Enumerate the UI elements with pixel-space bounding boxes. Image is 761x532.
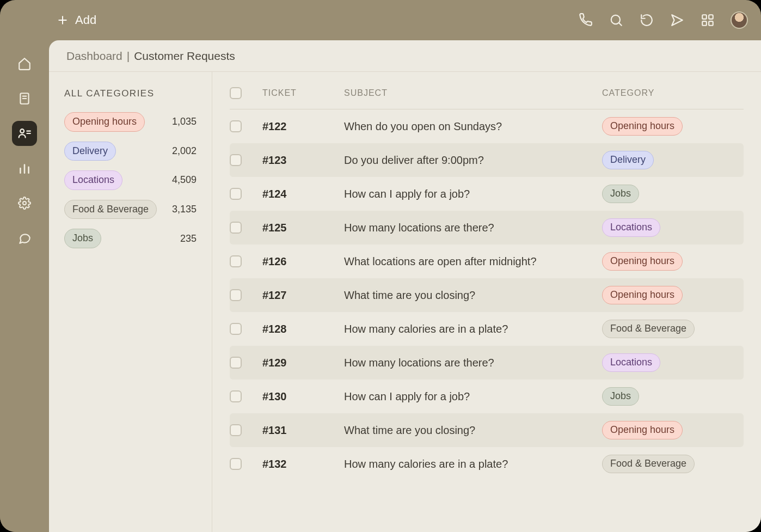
col-subject: SUBJECT: [344, 88, 602, 98]
category-count: 4,509: [172, 174, 197, 186]
category-row[interactable]: Opening hours1,035: [64, 112, 197, 132]
nav-docs[interactable]: [12, 86, 37, 111]
ticket-category-pill: Locations: [602, 218, 660, 237]
category-count: 1,035: [172, 116, 197, 127]
ticket-id: #125: [262, 222, 344, 234]
nav-home[interactable]: [12, 51, 37, 76]
category-count: 235: [180, 233, 197, 244]
ticket-id: #130: [262, 390, 344, 403]
topbar: Add: [0, 0, 761, 40]
row-checkbox[interactable]: [230, 289, 242, 301]
category-pill: Opening hours: [64, 112, 145, 132]
ticket-category-pill: Food & Beverage: [602, 455, 695, 473]
table-row[interactable]: #126What locations are open after midnig…: [230, 244, 744, 278]
send-icon[interactable]: [670, 13, 685, 28]
ticket-category-pill: Locations: [602, 353, 660, 372]
breadcrumb: Dashboard | Customer Requests: [49, 40, 761, 72]
row-checkbox[interactable]: [230, 188, 242, 200]
row-checkbox[interactable]: [230, 222, 242, 234]
table-row[interactable]: #130How can I apply for a job?Jobs: [230, 380, 744, 413]
ticket-id: #124: [262, 188, 344, 200]
category-pill: Locations: [64, 170, 122, 190]
avatar[interactable]: [731, 11, 748, 29]
ticket-id: #131: [262, 424, 344, 437]
col-ticket: TICKET: [262, 88, 344, 98]
table-row[interactable]: #129How many locations are there?Locatio…: [230, 346, 744, 380]
svg-point-17: [23, 201, 26, 205]
nav-analytics[interactable]: [12, 156, 37, 181]
ticket-id: #122: [262, 120, 344, 133]
ticket-category-pill: Jobs: [602, 185, 639, 203]
category-row[interactable]: Locations4,509: [64, 170, 197, 190]
category-row[interactable]: Food & Beverage3,135: [64, 200, 197, 219]
table-row[interactable]: #125How many locations are there?Locatio…: [230, 211, 744, 244]
ticket-id: #126: [262, 255, 344, 268]
svg-rect-5: [709, 15, 713, 19]
nav-settings[interactable]: [12, 191, 37, 216]
nav-chat[interactable]: [12, 225, 37, 250]
content: Dashboard | Customer Requests ALL CATEGO…: [49, 40, 761, 532]
category-row[interactable]: Delivery2,002: [64, 142, 197, 161]
select-all-checkbox[interactable]: [230, 87, 242, 99]
ticket-subject: How many locations are there?: [344, 357, 602, 369]
nav-rail: [0, 40, 49, 532]
ticket-id: #123: [262, 154, 344, 167]
category-count: 3,135: [172, 204, 197, 215]
refresh-icon[interactable]: [639, 13, 654, 28]
category-count: 2,002: [172, 145, 197, 157]
nav-customers[interactable]: [12, 121, 37, 146]
row-checkbox[interactable]: [230, 458, 242, 470]
category-pill: Jobs: [64, 229, 101, 248]
ticket-category-pill: Opening hours: [602, 252, 683, 271]
ticket-id: #129: [262, 357, 344, 369]
table-row[interactable]: #131What time are you closing?Opening ho…: [230, 413, 744, 447]
tickets-panel: TICKET SUBJECT CATEGORY #122When do you …: [212, 72, 761, 532]
row-checkbox[interactable]: [230, 357, 242, 369]
ticket-subject: When do you open on Sundays?: [344, 120, 602, 133]
svg-point-11: [20, 129, 24, 133]
ticket-category-pill: Opening hours: [602, 286, 683, 304]
grid-icon[interactable]: [700, 13, 715, 28]
ticket-subject: How can I apply for a job?: [344, 188, 602, 200]
svg-rect-4: [702, 15, 707, 19]
ticket-id: #128: [262, 323, 344, 335]
category-row[interactable]: Jobs235: [64, 229, 197, 248]
ticket-subject: Do you deliver after 9:00pm?: [344, 154, 602, 167]
table-row[interactable]: #128How many calories are in a plate?Foo…: [230, 312, 744, 346]
ticket-category-pill: Opening hours: [602, 421, 683, 439]
ticket-subject: How many locations are there?: [344, 222, 602, 234]
table-header: TICKET SUBJECT CATEGORY: [230, 82, 744, 109]
table-row[interactable]: #124How can I apply for a job?Jobs: [230, 177, 744, 211]
search-icon[interactable]: [609, 13, 624, 28]
row-checkbox[interactable]: [230, 255, 242, 267]
category-pill: Delivery: [64, 142, 116, 161]
crumb-current: Customer Requests: [134, 50, 235, 63]
table-row[interactable]: #132How many calories are in a plate?Foo…: [230, 447, 744, 481]
ticket-subject: How many calories are in a plate?: [344, 323, 602, 335]
categories-title: ALL CATEGORIES: [64, 88, 197, 99]
topbar-actions: [578, 11, 748, 29]
row-checkbox[interactable]: [230, 120, 242, 132]
ticket-category-pill: Food & Beverage: [602, 320, 695, 338]
ticket-subject: How many calories are in a plate?: [344, 458, 602, 470]
row-checkbox[interactable]: [230, 323, 242, 335]
table-row[interactable]: #122When do you open on Sundays?Opening …: [230, 109, 744, 143]
add-button[interactable]: Add: [57, 13, 96, 27]
row-checkbox[interactable]: [230, 424, 242, 436]
col-category: CATEGORY: [602, 88, 744, 98]
ticket-id: #132: [262, 458, 344, 470]
row-checkbox[interactable]: [230, 390, 242, 402]
phone-icon[interactable]: [578, 13, 593, 28]
ticket-subject: What time are you closing?: [344, 424, 602, 437]
categories-panel: ALL CATEGORIES Opening hours1,035Deliver…: [49, 72, 212, 532]
row-checkbox[interactable]: [230, 154, 242, 166]
crumb-root[interactable]: Dashboard: [66, 50, 122, 63]
svg-line-3: [619, 23, 622, 26]
add-label: Add: [75, 13, 96, 27]
app-frame: Add: [0, 0, 761, 532]
table-row[interactable]: #127What time are you closing?Opening ho…: [230, 278, 744, 312]
table-row[interactable]: #123Do you deliver after 9:00pm?Delivery: [230, 143, 744, 177]
svg-rect-7: [709, 21, 713, 26]
ticket-category-pill: Opening hours: [602, 117, 683, 136]
ticket-category-pill: Delivery: [602, 151, 654, 169]
